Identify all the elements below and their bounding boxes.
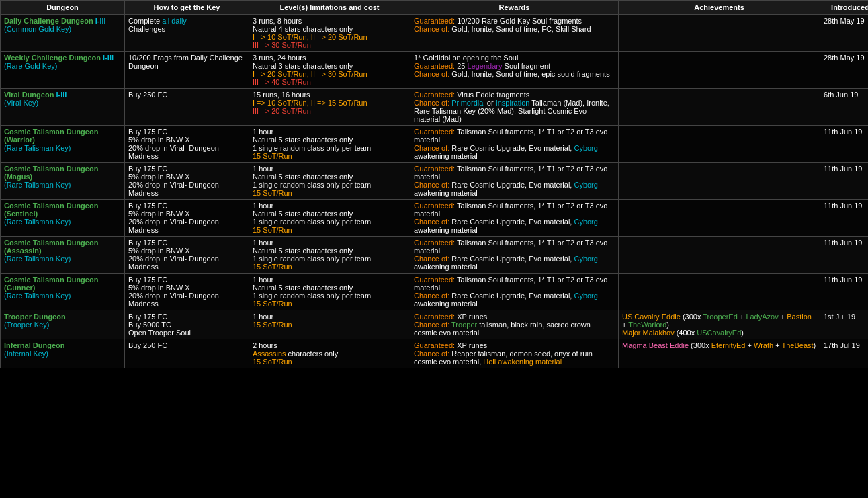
table-row: Weekly Challenge Dungeon I-III(Rare Gold… [1,52,869,89]
achievements-cell [619,163,820,200]
table-row: Viral Dungeon I-III(Viral Key)Buy 250 FC… [1,89,869,126]
dungeon-cell: Infernal Dungeon(Infernal Key) [1,339,125,368]
table-row: Cosmic Talisman Dungeon (Gunner)(Rare Ta… [1,274,869,310]
introduced-cell: 11th Jun 19 [820,126,869,163]
levels-cell: 15 runs, 16 hoursI => 10 SoT/Run, II => … [249,89,410,126]
achievements-cell [619,89,820,126]
header-rewards: Rewards [410,1,619,15]
introduced-cell: 28th May 19 [820,52,869,89]
how-to-key-cell: Buy 175 FC5% drop in BNW X20% drop in Vi… [125,200,249,237]
how-to-key-cell: Buy 250 FC [125,89,249,126]
header-introduced: Introduced [820,1,869,15]
table-row: Trooper Dungeon(Trooper Key)Buy 175 FCBu… [1,310,869,339]
header-levels: Level(s) limitations and cost [249,1,410,15]
achievements-cell [619,274,820,310]
introduced-cell: 11th Jun 19 [820,237,869,274]
introduced-cell: 11th Jun 19 [820,163,869,200]
levels-cell: 3 runs, 24 hoursNatural 3 stars characte… [249,52,410,89]
levels-cell: 2 hoursAssassins characters only15 SoT/R… [249,339,410,368]
achievements-cell [619,237,820,274]
rewards-cell: 1* GoldIdol on opening the SoulGuarantee… [410,52,619,89]
dungeon-cell: Viral Dungeon I-III(Viral Key) [1,89,125,126]
rewards-cell: Guaranteed: Talisman Soul framents, 1* T… [410,237,619,274]
introduced-cell: 17th Jul 19 [820,339,869,368]
table-row: Cosmic Talisman Dungeon (Assassin)(Rare … [1,237,869,274]
dungeon-cell: Cosmic Talisman Dungeon (Warrior)(Rare T… [1,126,125,163]
rewards-cell: Guaranteed: Talisman Soul framents, 1* T… [410,274,619,310]
table-row: Cosmic Talisman Dungeon (Warrior)(Rare T… [1,126,869,163]
dungeon-cell: Cosmic Talisman Dungeon (Sentinel)(Rare … [1,200,125,237]
levels-cell: 1 hourNatural 5 stars characters only1 s… [249,274,410,310]
achievements-cell: Magma Beast Eddie (300x EternityEd + Wra… [619,339,820,368]
levels-cell: 1 hourNatural 5 stars characters only1 s… [249,163,410,200]
how-to-key-cell: Complete all dailyChallenges [125,15,249,52]
levels-cell: 1 hour15 SoT/Run [249,310,410,339]
how-to-key-cell: Buy 175 FC5% drop in BNW X20% drop in Vi… [125,274,249,310]
dungeon-cell: Cosmic Talisman Dungeon (Gunner)(Rare Ta… [1,274,125,310]
dungeon-cell: Cosmic Talisman Dungeon (Magus)(Rare Tal… [1,163,125,200]
dungeon-cell: Trooper Dungeon(Trooper Key) [1,310,125,339]
header-key: How to get the Key [125,1,249,15]
how-to-key-cell: Buy 250 FC [125,339,249,368]
table-row: Daily Challenge Dungeon I-III(Common Gol… [1,15,869,52]
rewards-cell: Guaranteed: 10/200 Rare Gold Key Soul fr… [410,15,619,52]
achievements-cell: US Cavalry Eddie (300x TrooperEd + LadyA… [619,310,820,339]
introduced-cell: 6th Jun 19 [820,89,869,126]
rewards-cell: Guaranteed: Talisman Soul framents, 1* T… [410,126,619,163]
dungeon-cell: Weekly Challenge Dungeon I-III(Rare Gold… [1,52,125,89]
achievements-cell [619,15,820,52]
achievements-cell [619,200,820,237]
how-to-key-cell: Buy 175 FC5% drop in BNW X20% drop in Vi… [125,237,249,274]
table-row: Cosmic Talisman Dungeon (Sentinel)(Rare … [1,200,869,237]
rewards-cell: Guaranteed: Virus Eddie fragmentsChance … [410,89,619,126]
dungeon-cell: Cosmic Talisman Dungeon (Assassin)(Rare … [1,237,125,274]
header-achievements: Achievements [619,1,820,15]
how-to-key-cell: Buy 175 FCBuy 5000 TCOpen Trooper Soul [125,310,249,339]
achievements-cell [619,126,820,163]
how-to-key-cell: Buy 175 FC5% drop in BNW X20% drop in Vi… [125,163,249,200]
rewards-cell: Guaranteed: XP runesChance of: Reaper ta… [410,339,619,368]
dungeon-cell: Daily Challenge Dungeon I-III(Common Gol… [1,15,125,52]
levels-cell: 3 runs, 8 hoursNatural 4 stars character… [249,15,410,52]
levels-cell: 1 hourNatural 5 stars characters only1 s… [249,237,410,274]
rewards-cell: Guaranteed: Talisman Soul framents, 1* T… [410,200,619,237]
table-row: Cosmic Talisman Dungeon (Magus)(Rare Tal… [1,163,869,200]
introduced-cell: 11th Jun 19 [820,200,869,237]
rewards-cell: Guaranteed: Talisman Soul framents, 1* T… [410,163,619,200]
introduced-cell: 11th Jun 19 [820,274,869,310]
levels-cell: 1 hourNatural 5 stars characters only1 s… [249,126,410,163]
how-to-key-cell: 10/200 Frags from Daily Challenge Dungeo… [125,52,249,89]
introduced-cell: 1st Jul 19 [820,310,869,339]
rewards-cell: Guaranteed: XP runesChance of: Trooper t… [410,310,619,339]
levels-cell: 1 hourNatural 5 stars characters only1 s… [249,200,410,237]
achievements-cell [619,52,820,89]
main-table: Dungeon How to get the Key Level(s) limi… [0,0,868,368]
introduced-cell: 28th May 19 [820,15,869,52]
table-row: Infernal Dungeon(Infernal Key)Buy 250 FC… [1,339,869,368]
how-to-key-cell: Buy 175 FC5% drop in BNW X20% drop in Vi… [125,126,249,163]
header-dungeon: Dungeon [1,1,125,15]
